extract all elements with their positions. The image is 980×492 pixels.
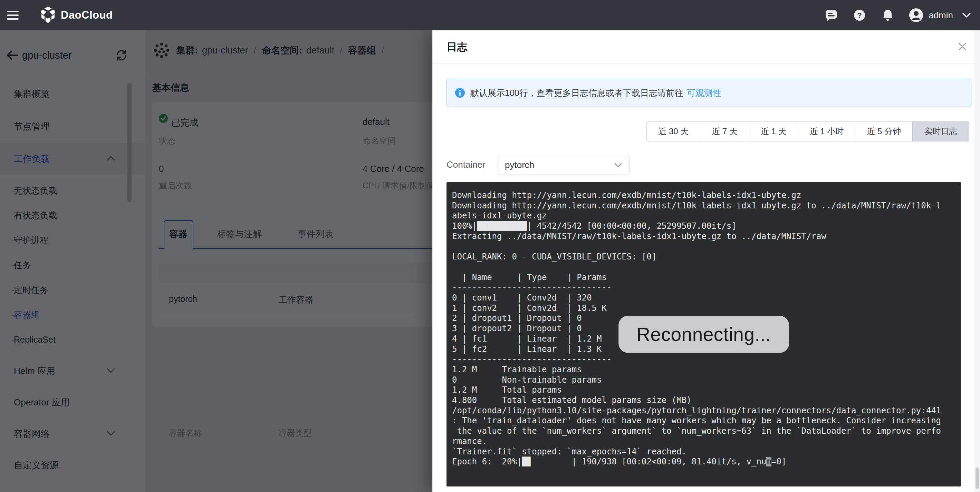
time-button-realtime[interactable]: 实时日志	[912, 121, 969, 141]
bell-icon	[881, 8, 895, 22]
help-button[interactable]: ?	[852, 8, 867, 23]
daocloud-logo-icon	[40, 6, 56, 24]
time-button-5m[interactable]: 近 5 分钟	[855, 121, 913, 141]
container-select-label: Container	[447, 159, 485, 170]
observability-link[interactable]: 可观测性	[687, 87, 721, 99]
user-menu-chevron-down-icon[interactable]	[962, 13, 971, 18]
notice-text: 默认展示100行，查看更多日志信息或者下载日志请前往	[470, 87, 683, 99]
time-button-30d[interactable]: 近 30 天	[646, 121, 700, 141]
svg-text:?: ?	[857, 11, 862, 20]
drawer-title: 日志	[447, 40, 467, 54]
time-range-group: 近 30 天 近 7 天 近 1 天 近 1 小时 近 5 分钟 实时日志	[646, 121, 969, 141]
feedback-chat-button[interactable]	[824, 8, 839, 23]
info-icon	[455, 88, 465, 98]
brand-logo[interactable]: DaoCloud	[40, 6, 113, 24]
time-button-7d[interactable]: 近 7 天	[700, 121, 749, 141]
log-drawer: 日志 默认展示100行，查看更多日志信息或者下载日志请前往 可观测性 近 30 …	[432, 30, 980, 492]
menu-hamburger-icon[interactable]	[7, 10, 19, 21]
modal-backdrop[interactable]	[0, 30, 432, 492]
time-button-1h[interactable]: 近 1 小时	[798, 121, 856, 141]
log-terminal: Downloading http://yann.lecun.com/exdb/m…	[447, 182, 961, 486]
drawer-scrollbar-thumb[interactable]	[975, 468, 979, 489]
drawer-header-divider	[433, 63, 980, 64]
reconnecting-toast: Reconnecting...	[619, 316, 789, 353]
avatar-icon	[908, 8, 924, 23]
question-circle-icon: ?	[853, 8, 866, 22]
select-chevron-down-icon	[614, 162, 622, 168]
chat-bubble-icon	[824, 8, 838, 22]
close-icon[interactable]	[956, 41, 968, 52]
notifications-button[interactable]	[880, 8, 896, 23]
time-button-1d[interactable]: 近 1 天	[749, 121, 799, 141]
container-select-value: pytorch	[505, 160, 614, 170]
user-name: admin	[929, 10, 953, 21]
brand-name: DaoCloud	[61, 9, 113, 21]
user-avatar[interactable]	[908, 8, 924, 23]
terminal-cursor: m	[766, 457, 771, 467]
top-navbar: DaoCloud ?	[0, 0, 980, 30]
log-notice-banner: 默认展示100行，查看更多日志信息或者下载日志请前往 可观测性	[447, 79, 971, 107]
drawer-scrollbar-track	[974, 30, 980, 492]
container-select[interactable]: pytorch	[498, 155, 630, 175]
